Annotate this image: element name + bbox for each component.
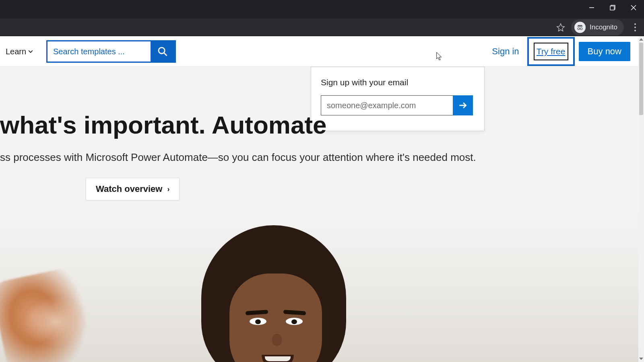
template-search: [46, 40, 176, 63]
scroll-up-button[interactable]: [638, 36, 644, 43]
svg-point-6: [580, 28, 582, 30]
arrow-right-icon: [458, 100, 468, 111]
try-free-label: Try free: [537, 47, 566, 56]
watch-overview-label: Watch overview: [96, 184, 162, 194]
incognito-indicator[interactable]: Incognito: [571, 19, 624, 35]
svg-rect-2: [610, 6, 614, 10]
try-free-inner: Try free: [534, 43, 568, 60]
chevron-down-icon: [28, 49, 33, 54]
sign-in-link[interactable]: Sign in: [492, 46, 519, 57]
bookmark-star-icon[interactable]: [554, 21, 567, 34]
window-minimize-button[interactable]: [581, 0, 602, 15]
browser-titlebar: [0, 0, 644, 19]
watch-overview-button[interactable]: Watch overview ›: [86, 178, 180, 200]
page-scrollbar[interactable]: [638, 36, 644, 362]
svg-point-8: [159, 47, 165, 53]
buy-now-label: Buy now: [588, 46, 621, 57]
page-content: Learn Sign in Try free Buy now: [0, 36, 638, 362]
svg-line-9: [164, 53, 167, 56]
incognito-icon: [574, 22, 586, 33]
signup-title: Sign up with your email: [321, 78, 473, 87]
hero-headline: what's important. Automate: [0, 111, 327, 139]
hero-subline: ss processes with Microsoft Power Automa…: [0, 151, 476, 164]
site-navbar: Learn Sign in Try free Buy now: [0, 36, 638, 67]
signup-popover: Sign up with your email: [311, 67, 485, 131]
hero-image: [0, 210, 638, 362]
nav-learn-label: Learn: [6, 47, 26, 56]
svg-point-5: [578, 28, 580, 30]
browser-toolbar: Incognito: [0, 19, 644, 36]
search-button[interactable]: [151, 41, 175, 62]
chevron-right-icon: ›: [167, 185, 169, 193]
incognito-label: Incognito: [590, 23, 617, 31]
try-free-button[interactable]: Try free: [527, 37, 575, 66]
scroll-track[interactable]: [638, 43, 644, 356]
search-icon: [157, 46, 168, 57]
search-input[interactable]: [47, 41, 151, 62]
scroll-down-button[interactable]: [638, 356, 644, 362]
browser-menu-button[interactable]: [630, 21, 640, 34]
nav-learn-dropdown[interactable]: Learn: [6, 36, 33, 67]
window-restore-button[interactable]: [602, 0, 623, 15]
window-close-button[interactable]: [623, 0, 644, 15]
buy-now-button[interactable]: Buy now: [579, 42, 630, 61]
signup-submit-button[interactable]: [453, 95, 473, 115]
scroll-thumb[interactable]: [639, 43, 643, 115]
signup-email-input[interactable]: [321, 95, 453, 115]
